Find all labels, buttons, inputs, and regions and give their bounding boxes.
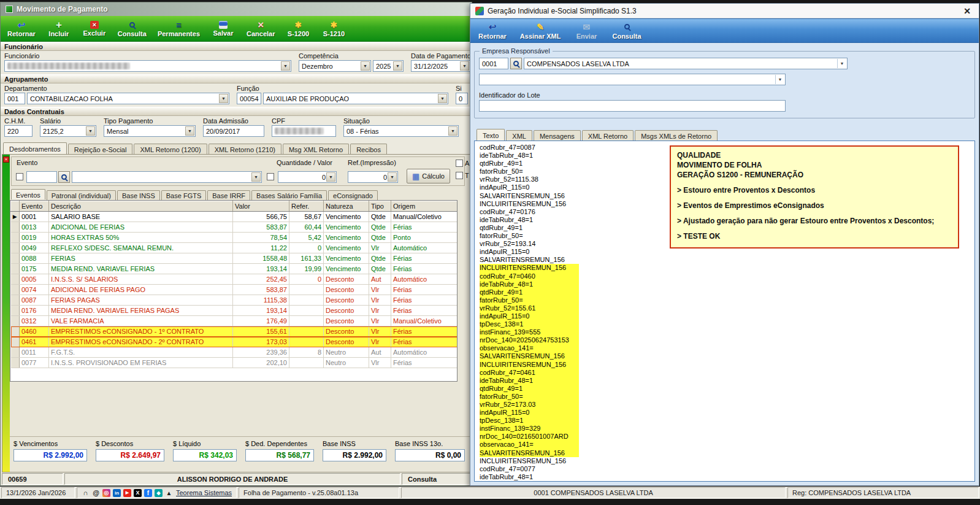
texto-panel[interactable]: codRubr_47=0087ideTabRubr_48=1qtdRubr_49… <box>474 141 975 482</box>
x-twitter-icon[interactable]: X <box>134 489 142 497</box>
chevron-down-icon[interactable]: ▼ <box>281 61 290 71</box>
rtab-texto[interactable]: Texto <box>477 129 505 141</box>
tab-xml-retorno-1210[interactable]: XML Retorno (1210) <box>209 144 281 155</box>
toolbar-button-cancelar[interactable]: ×Cancelar <box>243 17 278 40</box>
subtab-base-inss[interactable]: Base INSS <box>117 190 160 200</box>
salario-combo[interactable]: 2125,2 ▼ <box>40 125 96 137</box>
empresa-secundaria-combo[interactable]: ▼ <box>479 74 786 85</box>
chevron-down-icon[interactable]: ▼ <box>393 61 402 71</box>
table-row-0005[interactable]: 0005I.N.S.S. S/ SALARIOS252,450DescontoA… <box>11 274 458 285</box>
tab-rejei-o-e-social[interactable]: Rejeição e-Social <box>68 144 133 155</box>
toolbar-button-s-1200[interactable]: ✱S-1200 <box>283 17 313 40</box>
ano-combo[interactable]: 2025 ▼ <box>373 60 404 72</box>
toolbar-button-consulta[interactable]: Consulta <box>609 20 644 42</box>
evento-checkbox[interactable] <box>16 173 23 180</box>
evento-search-button[interactable] <box>58 171 70 183</box>
at-icon[interactable]: @ <box>92 489 100 497</box>
chevron-down-icon[interactable]: ▼ <box>251 172 261 182</box>
situacao-combo[interactable]: 08 - Férias ▼ <box>343 125 459 137</box>
toolbar-button-enviar[interactable]: ✉Enviar <box>571 20 602 42</box>
headphones-icon[interactable]: ∩ <box>82 489 90 497</box>
data-pagamento-combo[interactable]: 31/12/2025 ▼ <box>411 60 470 72</box>
evento-combo[interactable]: ▼ <box>72 171 262 183</box>
table-row-0175[interactable]: 0175MEDIA REND. VARIAVEL FERIAS193,1419,… <box>11 264 458 274</box>
check-t-box[interactable] <box>456 172 463 179</box>
brand-link[interactable]: Teorema Sistemas <box>176 489 232 496</box>
identificador-lote-input[interactable] <box>479 100 786 112</box>
tab-desdobramentos[interactable]: Desdobramentos <box>3 142 67 154</box>
competencia-combo[interactable]: Dezembro ▼ <box>299 60 371 72</box>
table-row-0461[interactable]: 0461EMPRESTIMOS eCONSIGNADO - 2º CONTRAT… <box>11 337 458 347</box>
rtab-xml[interactable]: XML <box>506 130 532 141</box>
grid-header-natureza[interactable]: Natureza <box>324 201 369 212</box>
toolbar-button-excluir[interactable]: ×Excluir <box>79 17 110 40</box>
toolbar-button-incluir[interactable]: +Incluir <box>44 17 74 40</box>
left-window-titlebar[interactable]: Movimento de Pagamento <box>1 2 472 16</box>
empresa-codigo-input[interactable]: 0001 <box>479 58 508 69</box>
facebook-icon[interactable]: f <box>144 489 152 497</box>
table-row-0074[interactable]: 0074ADICIONAL DE FERIAS PAGO583,87Descon… <box>11 285 458 295</box>
table-row-0088[interactable]: 0088FERIAS1558,48161,33VencimentoQtdeFér… <box>11 253 458 264</box>
table-row-0019[interactable]: 0019HORAS EXTRAS 50%78,545,42VencimentoQ… <box>11 233 458 243</box>
grad-cap-icon[interactable]: ▲ <box>165 489 173 497</box>
rtab-xml-retorno[interactable]: XML Retorno <box>582 130 634 141</box>
linkedin-icon[interactable]: in <box>113 489 121 497</box>
close-icon[interactable]: ✕ <box>960 6 974 16</box>
grid-header-descri-o[interactable]: Descrição <box>49 201 233 212</box>
table-row-0176[interactable]: 0176MEDIA REND. VARIAVEL FERIAS PAGAS193… <box>11 306 458 316</box>
chevron-down-icon[interactable]: ▼ <box>837 59 846 68</box>
evento-codigo-input[interactable] <box>26 171 57 183</box>
grid-header-origem[interactable]: Origem <box>391 201 458 212</box>
table-row-0001[interactable]: ▶0001SALARIO BASE566,7558,67VencimentoQt… <box>11 212 458 222</box>
map-pin-icon[interactable]: ◆ <box>155 489 163 497</box>
toolbar-button-s-1210[interactable]: ✱S-1210 <box>318 17 349 40</box>
chevron-down-icon[interactable]: ▼ <box>388 172 397 182</box>
toolbar-button-permanentes[interactable]: ≡Permanentes <box>155 17 203 40</box>
youtube-icon[interactable]: ▶ <box>123 489 131 497</box>
toolbar-button-retornar[interactable]: ↩Retornar <box>475 20 510 42</box>
empresa-search-button[interactable] <box>510 58 522 69</box>
table-row-0077[interactable]: 0077I.N.S.S. PROVISIONADO EM FERIAS202,1… <box>11 358 458 368</box>
toolbar-button-retornar[interactable]: ↩Retornar <box>4 17 39 40</box>
table-row-0460[interactable]: 0460EMPRESTIMOS eCONSIGNADO - 1º CONTRAT… <box>11 326 458 337</box>
toolbar-button-salvar[interactable]: Salvar <box>208 17 239 40</box>
subtab-patronal-individual[interactable]: Patronal (individual) <box>47 190 116 200</box>
table-row-0049[interactable]: 0049REFLEXO S/DESC. SEMANAL REMUN.11,220… <box>11 243 458 253</box>
toolbar-button-consulta[interactable]: Consulta <box>115 17 150 40</box>
funcao-combo[interactable]: AUXILIAR DE PRODUÇAO ▼ <box>263 93 448 104</box>
tab-recibos[interactable]: Recibos <box>350 144 387 155</box>
instagram-icon[interactable]: ◎ <box>102 489 110 497</box>
chm-input[interactable]: 220 <box>4 125 33 137</box>
tab-xml-retorno-1200[interactable]: XML Retorno (1200) <box>134 144 207 155</box>
grid-header-valor[interactable]: Valor <box>233 201 289 212</box>
tab-msg-xml-retorno[interactable]: Msg XML Retorno <box>283 144 349 155</box>
rtab-msgs-xmls-de-retorno[interactable]: Msgs XMLs de Retorno <box>635 130 718 141</box>
funcionario-combo[interactable]: ▼ <box>4 60 291 72</box>
chevron-down-icon[interactable]: ▼ <box>86 126 95 136</box>
table-row-0087[interactable]: 0087FERIAS PAGAS1115,38DescontoVlrFérias <box>11 295 458 306</box>
subtab-eventos[interactable]: Eventos <box>11 189 45 199</box>
rtab-mensagens[interactable]: Mensagens <box>534 130 581 141</box>
table-row-0312[interactable]: 0312VALE FARMACIA176,49DescontoVlrManual… <box>11 316 458 326</box>
subtab-bases-sal-rio-fam-lia[interactable]: Bases Salário Família <box>251 190 327 200</box>
tipo-pagamento-combo[interactable]: Mensal ▼ <box>104 125 196 137</box>
subtab-base-fgts[interactable]: Base FGTS <box>161 190 206 200</box>
departamento-combo[interactable]: CONTABILIZACAO FOLHA ▼ <box>27 93 229 104</box>
grid-header-tipo[interactable]: Tipo <box>369 201 391 212</box>
check-t[interactable]: T <box>456 172 469 179</box>
subtab-econsignado[interactable]: eConsignado <box>328 190 378 200</box>
chevron-down-icon[interactable]: ▼ <box>775 75 784 84</box>
data-admissao-input[interactable]: 20/09/2017 <box>203 125 264 137</box>
cpf-input[interactable] <box>272 125 336 137</box>
funcao-codigo-input[interactable]: 00054 <box>237 93 261 104</box>
chevron-down-icon[interactable]: ▼ <box>326 172 335 182</box>
calculo-button[interactable]: ▦ Cálculo <box>407 169 450 183</box>
table-row-0013[interactable]: 0013ADICIONAL DE FERIAS583,8760,44Vencim… <box>11 222 458 233</box>
right-window-titlebar[interactable]: Geração Individual e-Social Simplificado… <box>470 4 979 18</box>
empresa-combo[interactable]: COMPENSADOS LASELVA LTDA ▼ <box>524 58 848 69</box>
chevron-down-icon[interactable]: ▼ <box>460 61 469 71</box>
chevron-down-icon[interactable]: ▼ <box>438 94 447 103</box>
grid-header-refer[interactable]: Refer. <box>289 201 324 212</box>
chevron-down-icon[interactable]: ▼ <box>361 61 370 71</box>
ref-combo[interactable]: 0 ▼ <box>348 171 398 183</box>
